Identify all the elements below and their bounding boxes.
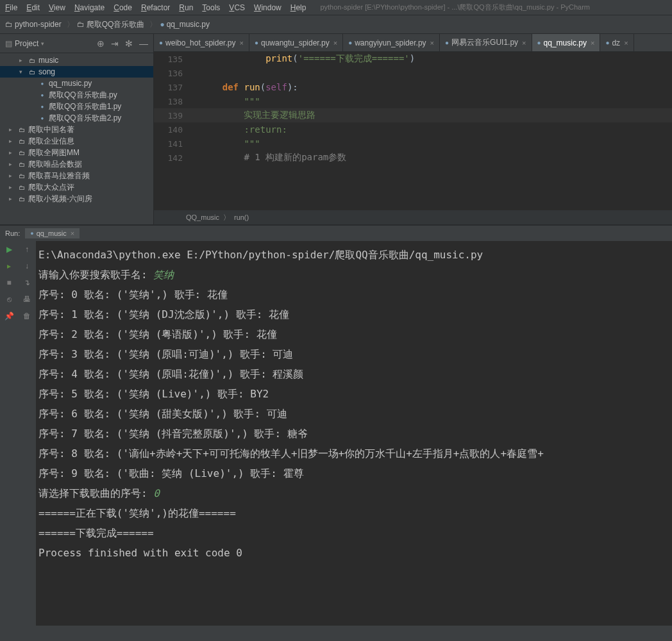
menu-run[interactable]: Run — [179, 3, 193, 12]
tree-item[interactable]: ▸🗀爬取企业信息 — [0, 135, 153, 147]
tree-item[interactable]: ▸🗀爬取中国名著 — [0, 124, 153, 135]
wrap-icon[interactable]: ↴ — [24, 278, 30, 287]
gear-icon[interactable]: ✻ — [125, 38, 133, 49]
editor-tab[interactable]: ●wangyiyun_spider.py× — [343, 34, 440, 51]
console-line: 序号: 1 歌名: ('笑纳 (DJ沈念版)',) 歌手: 花僮 — [38, 304, 669, 324]
tree-item[interactable]: ●爬取QQ音乐歌曲1.py — [0, 101, 153, 112]
tree-item[interactable]: ▸🗀爬取全网图MM — [0, 147, 153, 158]
tree-item[interactable]: ▾🗀song — [0, 66, 153, 78]
menu-vcs[interactable]: VCS — [229, 3, 245, 12]
chevron-right-icon: 〉 — [149, 19, 157, 30]
stop-icon[interactable]: ■ — [6, 278, 11, 287]
menu-tools[interactable]: Tools — [202, 3, 220, 12]
code-line[interactable]: 141 """ — [154, 137, 672, 151]
breadcrumb: 🗀 python-spider 〉 🗀 爬取QQ音乐歌曲 〉 ● qq_musi… — [0, 15, 672, 34]
collapse-icon[interactable]: ⇥ — [111, 38, 119, 49]
console-line: 请输入你要搜索歌手名: 笑纳 — [38, 265, 669, 285]
project-sidebar: ▤ Project ▾ ⊕ ⇥ ✻ — ▸🗀music▾🗀song●qq_mus… — [0, 34, 154, 224]
editor-tab[interactable]: ●网易云音乐GUI1.py× — [440, 34, 532, 51]
up-icon[interactable]: ↑ — [25, 245, 29, 254]
console-line: 序号: 8 歌名: ('谪仙+赤岭+天下+可可托海的牧羊人+旧梦一场+你的万水千… — [38, 444, 669, 463]
editor-tabs: ●weibo_hot_spider.py×●quwangtu_spider.py… — [154, 34, 672, 52]
crumb-class[interactable]: QQ_music — [186, 213, 219, 221]
editor-tab[interactable]: ●quwangtu_spider.py× — [249, 34, 343, 51]
target-icon[interactable]: ⊕ — [97, 38, 105, 49]
console-line: 请选择下载歌曲的序号: 0 — [38, 483, 669, 503]
hide-icon[interactable]: — — [139, 38, 148, 49]
dump-icon[interactable]: ⎋ — [7, 295, 12, 304]
debug-icon[interactable]: ▸ — [7, 262, 11, 271]
run-tab-label: qq_music — [37, 229, 67, 237]
play-icon[interactable]: ▶ — [6, 245, 12, 254]
menu-window[interactable]: Window — [254, 3, 281, 12]
menu-code[interactable]: Code — [113, 3, 132, 12]
console-line: 序号: 7 歌名: ('笑纳 (抖音完整原版)',) 歌手: 糖爷 — [38, 424, 669, 444]
crumb-method[interactable]: run() — [234, 213, 249, 221]
run-header: Run: ● qq_music × — [0, 226, 672, 241]
editor-tab[interactable]: ●weibo_hot_spider.py× — [154, 34, 249, 51]
console-line: E:\Anaconda3\python.exe E:/PYthon/python… — [38, 245, 669, 265]
tree-item[interactable]: ▸🗀爬取大众点评 — [0, 181, 153, 193]
menu-file[interactable]: File — [5, 3, 17, 12]
menubar: FileEditViewNavigateCodeRefactorRunTools… — [0, 0, 672, 15]
down-icon[interactable]: ↓ — [25, 262, 29, 271]
breadcrumb-folder[interactable]: 🗀 爬取QQ音乐歌曲 — [77, 19, 145, 30]
crumb-label: python-spider — [15, 20, 62, 29]
console-line: 序号: 2 歌名: ('笑纳 (粤语版)',) 歌手: 花僮 — [38, 324, 669, 344]
menu-view[interactable]: View — [49, 3, 65, 12]
tree-item[interactable]: ●qq_music.py — [0, 78, 153, 89]
code-line[interactable]: 135 print('======下载完成======') — [154, 52, 672, 66]
menu-navigate[interactable]: Navigate — [74, 3, 105, 12]
print-icon[interactable]: 🖶 — [23, 295, 31, 304]
console-line: ======正在下载('笑纳',)的花僮====== — [38, 503, 669, 523]
console-line: 序号: 9 歌名: ('歌曲: 笑纳 (Live)',) 歌手: 霍尊 — [38, 463, 669, 483]
run-toolbar-right: ↑ ↓ ↴ 🖶 🗑 — [18, 241, 36, 626]
console-line: Process finished with exit code 0 — [38, 543, 669, 563]
run-console[interactable]: E:\Anaconda3\python.exe E:/PYthon/python… — [36, 241, 672, 626]
trash-icon[interactable]: 🗑 — [23, 312, 31, 320]
run-tab[interactable]: ● qq_music × — [25, 228, 80, 238]
breadcrumb-root[interactable]: 🗀 python-spider — [5, 20, 62, 29]
editor-tab[interactable]: ●qq_music.py× — [532, 34, 601, 51]
chevron-right-icon: 〉 — [223, 213, 230, 222]
crumb-label: qq_music.py — [167, 20, 210, 29]
tree-item[interactable]: ▸🗀music — [0, 54, 153, 66]
tree-item[interactable]: ●爬取QQ音乐歌曲2.py — [0, 112, 153, 124]
editor-breadcrumb: QQ_music 〉 run() — [154, 210, 672, 224]
tree-item[interactable]: ▸🗀爬取小视频-六间房 — [0, 193, 153, 204]
run-toolbar-left: ▶ ▸ ■ ⎋ 📌 — [0, 241, 18, 626]
console-line: 序号: 5 歌名: ('笑纳 (Live)',) 歌手: BY2 — [38, 384, 669, 404]
breadcrumb-file[interactable]: ● qq_music.py — [160, 20, 210, 29]
code-line[interactable]: 139 实现主要逻辑思路 — [154, 108, 672, 122]
run-label: Run: — [5, 229, 20, 237]
tree-item[interactable]: ●爬取QQ音乐歌曲.py — [0, 89, 153, 101]
pin-icon[interactable]: 📌 — [4, 312, 14, 320]
code-editor[interactable]: 135 print('======下载完成======')136137 def … — [154, 52, 672, 210]
code-line[interactable]: 137 def run(self): — [154, 80, 672, 94]
crumb-label: 爬取QQ音乐歌曲 — [87, 19, 145, 30]
tree-item[interactable]: ▸🗀爬取喜马拉雅音频 — [0, 170, 153, 181]
tree-item[interactable]: ▸🗀爬取唯品会数据 — [0, 158, 153, 170]
window-title: python-spider [E:\PYthon\python-spider] … — [320, 3, 590, 12]
code-line[interactable]: 138 """ — [154, 94, 672, 108]
code-line[interactable]: 140 :return: — [154, 122, 672, 137]
console-line: 序号: 4 歌名: ('笑纳 (原唱:花僮)',) 歌手: 程溪颜 — [38, 364, 669, 384]
menu-refactor[interactable]: Refactor — [141, 3, 170, 12]
editor-area: ●weibo_hot_spider.py×●quwangtu_spider.py… — [154, 34, 672, 224]
project-title[interactable]: Project — [15, 39, 38, 48]
run-panel: Run: ● qq_music × ▶ ▸ ■ ⎋ 📌 ↑ ↓ ↴ 🖶 🗑 E:… — [0, 224, 672, 626]
project-panel-header: ▤ Project ▾ ⊕ ⇥ ✻ — — [0, 34, 153, 53]
menu-edit[interactable]: Edit — [26, 3, 40, 12]
console-line: ======下载完成====== — [38, 523, 669, 543]
menu-help[interactable]: Help — [290, 3, 307, 12]
console-line: 序号: 3 歌名: ('笑纳 (原唱:可迪)',) 歌手: 可迪 — [38, 344, 669, 364]
code-line[interactable]: 142 # 1 构建新的param参数 — [154, 151, 672, 165]
chevron-right-icon: 〉 — [67, 19, 74, 30]
console-line: 序号: 6 歌名: ('笑纳 (甜美女版)',) 歌手: 可迪 — [38, 404, 669, 424]
editor-tab[interactable]: ●dz× — [600, 34, 634, 51]
project-tree[interactable]: ▸🗀music▾🗀song●qq_music.py●爬取QQ音乐歌曲.py●爬取… — [0, 53, 153, 224]
console-line: 序号: 0 歌名: ('笑纳',) 歌手: 花僮 — [38, 285, 669, 304]
code-line[interactable]: 136 — [154, 66, 672, 80]
